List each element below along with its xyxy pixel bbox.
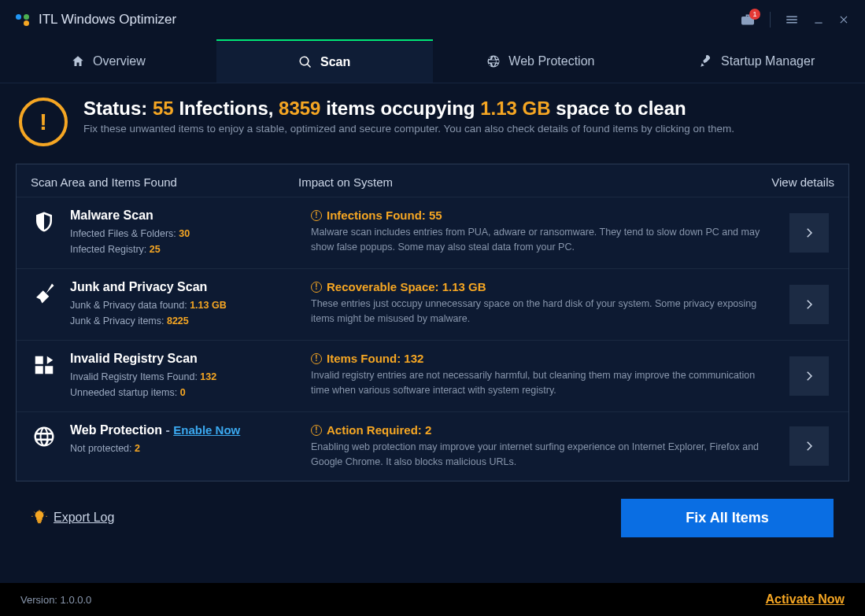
- row-title: Junk and Privacy Scan: [70, 280, 298, 294]
- titlebar: ITL Windows Optimizer 1: [0, 0, 865, 39]
- alert-icon: !: [311, 282, 322, 293]
- grid-icon: [31, 353, 57, 400]
- globe-icon: [31, 425, 57, 470]
- export-log-link[interactable]: Export Log: [31, 510, 114, 526]
- close-icon[interactable]: [838, 14, 849, 25]
- tab-scan[interactable]: Scan: [216, 39, 433, 83]
- minimize-icon[interactable]: [813, 14, 824, 25]
- col-impact: Impact on System: [298, 175, 748, 189]
- details-button[interactable]: [789, 356, 829, 396]
- row-title: Web Protection - Enable Now: [70, 423, 298, 437]
- shield-icon: [31, 210, 57, 257]
- row-title: Invalid Registry Scan: [70, 352, 298, 366]
- bottom-bar: Version: 1.0.0.0 Activate Now: [0, 583, 865, 616]
- row-registry: Invalid Registry Scan Invalid Registry I…: [17, 340, 848, 411]
- details-button[interactable]: [789, 213, 829, 253]
- tab-label: Scan: [320, 55, 350, 69]
- notification-badge: 1: [749, 9, 760, 20]
- alert-icon: !: [311, 353, 322, 364]
- status-summary: ! Status: 55 Infections, 8359 items occu…: [16, 98, 849, 146]
- app-title: ITL Windows Optimizer: [39, 12, 176, 28]
- alert-icon: !: [311, 425, 322, 436]
- tab-label: Startup Manager: [721, 54, 815, 68]
- col-view-details: View details: [748, 175, 834, 189]
- row-title: Malware Scan: [70, 208, 298, 223]
- row-junk: Junk and Privacy Scan Junk & Privacy dat…: [17, 268, 848, 340]
- tab-label: Web Protection: [508, 54, 594, 68]
- tab-startup-manager[interactable]: Startup Manager: [649, 39, 865, 83]
- app-logo-icon: [16, 14, 29, 26]
- tab-web-protection[interactable]: Web Protection: [433, 39, 649, 83]
- menu-icon[interactable]: [785, 13, 799, 27]
- tab-label: Overview: [93, 54, 146, 68]
- broom-icon: [31, 282, 57, 329]
- version-label: Version: 1.0.0.0: [20, 594, 91, 606]
- details-button[interactable]: [789, 285, 829, 324]
- enable-now-link[interactable]: Enable Now: [173, 423, 240, 437]
- status-subtitle: Fix these unwanted items to enjoy a stab…: [83, 123, 734, 135]
- warning-icon: !: [19, 98, 68, 146]
- fix-all-button[interactable]: Fix All Items: [621, 499, 834, 537]
- results-panel: Scan Area and Items Found Impact on Syst…: [16, 164, 849, 481]
- activate-now-link[interactable]: Activate Now: [766, 592, 845, 607]
- lightbulb-icon: [31, 510, 47, 526]
- alert-icon: !: [311, 210, 322, 221]
- col-scan-area: Scan Area and Items Found: [31, 175, 298, 189]
- status-title: Status: 55 Infections, 8359 items occupy…: [83, 98, 734, 120]
- row-malware: Malware Scan Infected Files & Folders: 3…: [17, 197, 848, 268]
- tabbar: Overview Scan Web Protection Startup Man…: [0, 39, 865, 83]
- row-web-protection: Web Protection - Enable Now Not protecte…: [17, 411, 848, 481]
- toolbox-icon[interactable]: 1: [740, 13, 756, 26]
- tab-overview[interactable]: Overview: [0, 39, 216, 83]
- details-button[interactable]: [789, 426, 829, 466]
